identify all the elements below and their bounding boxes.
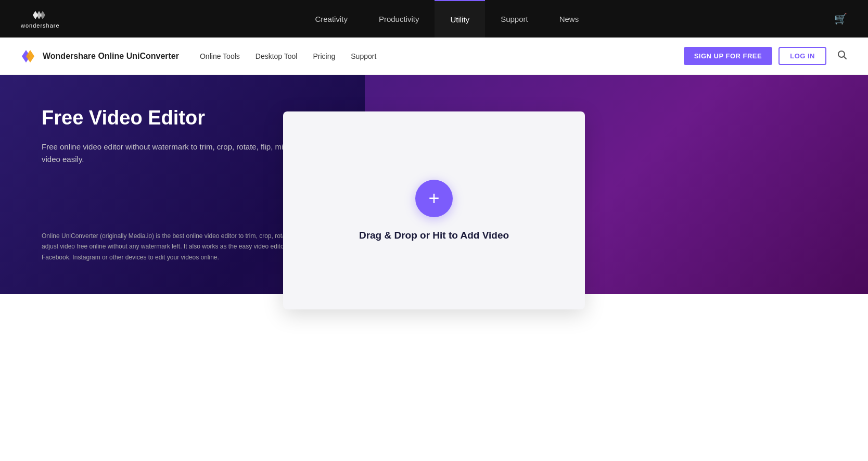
top-nav-right: 🛒	[834, 13, 847, 25]
sub-nav-support[interactable]: Support	[351, 52, 376, 60]
steps-section: How to Edit A Video Online With 3 Easy S…	[0, 429, 868, 461]
nav-utility[interactable]: Utility	[435, 0, 485, 38]
svg-marker-1	[26, 50, 34, 63]
nav-productivity[interactable]: Productivity	[363, 0, 435, 38]
sub-nav-online-tools[interactable]: Online Tools	[200, 52, 240, 60]
signup-button[interactable]: SIGN UP FOR FREE	[684, 47, 773, 65]
login-button[interactable]: LOG IN	[778, 47, 826, 65]
nav-creativity[interactable]: Creativity	[299, 0, 363, 38]
cart-icon[interactable]: 🛒	[834, 13, 847, 25]
upload-label: Drag & Drop or Hit to Add Video	[359, 230, 509, 241]
svg-line-3	[844, 57, 847, 59]
top-navigation: wondershare Creativity Productivity Util…	[0, 0, 868, 38]
sub-navigation: Wondershare Online UniConverter Online T…	[0, 38, 868, 75]
brand-logo[interactable]: Wondershare Online UniConverter	[21, 48, 179, 65]
plus-icon: +	[428, 189, 439, 208]
logo-text: wondershare	[21, 22, 60, 29]
sub-nav-pricing[interactable]: Pricing	[313, 52, 335, 60]
sub-nav-desktop-tool[interactable]: Desktop Tool	[256, 52, 298, 60]
top-nav-links: Creativity Productivity Utility Support …	[299, 0, 594, 38]
sub-nav-actions: SIGN UP FOR FREE LOG IN	[684, 47, 847, 65]
upload-add-button[interactable]: +	[415, 180, 453, 217]
nav-support[interactable]: Support	[485, 0, 544, 38]
wondershare-logo[interactable]: wondershare	[21, 9, 60, 29]
sub-nav-links: Online Tools Desktop Tool Pricing Suppor…	[200, 52, 684, 60]
nav-news[interactable]: News	[544, 0, 595, 38]
upload-card[interactable]: + Drag & Drop or Hit to Add Video	[283, 111, 585, 309]
hero-section: Free Video Editor Free online video edit…	[0, 75, 868, 294]
brand-name: Wondershare Online UniConverter	[43, 52, 179, 61]
search-icon[interactable]	[837, 49, 847, 63]
